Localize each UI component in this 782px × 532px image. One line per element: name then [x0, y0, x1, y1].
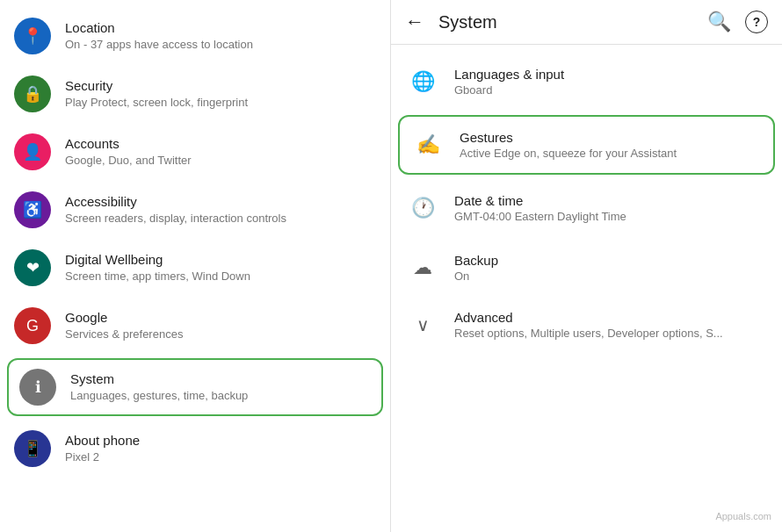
backup-title: Backup: [454, 253, 768, 268]
google-text: GoogleServices & preferences: [65, 309, 376, 342]
languages-input-text: Languages & inputGboard: [454, 67, 768, 97]
gestures-title: Gestures: [460, 130, 763, 145]
system-item-date-time[interactable]: 🕐Date & timeGMT-04:00 Eastern Daylight T…: [391, 178, 782, 238]
accounts-title: Accounts: [65, 135, 376, 153]
location-subtitle: On - 37 apps have access to location: [65, 38, 376, 53]
date-time-text: Date & timeGMT-04:00 Eastern Daylight Ti…: [454, 193, 768, 223]
system-subtitle: Languages, gestures, time, backup: [70, 389, 371, 404]
accounts-icon: 👤: [14, 133, 51, 170]
advanced-text: AdvancedReset options, Multiple users, D…: [454, 310, 768, 340]
location-icon: 📍: [14, 18, 51, 54]
about-phone-title: About phone: [65, 432, 376, 449]
right-header: ← System 🔍 ?: [391, 0, 782, 45]
accessibility-text: AccessibilityScreen readers, display, in…: [65, 193, 376, 226]
digital-wellbeing-title: Digital Wellbeing: [65, 251, 376, 269]
google-title: Google: [65, 309, 376, 327]
system-item-languages-input[interactable]: 🌐Languages & inputGboard: [391, 52, 782, 111]
sidebar-item-accessibility[interactable]: ♿AccessibilityScreen readers, display, i…: [0, 181, 390, 239]
search-icon[interactable]: 🔍: [707, 11, 731, 33]
location-title: Location: [65, 19, 376, 37]
sidebar-item-accounts[interactable]: 👤AccountsGoogle, Duo, and Twitter: [0, 123, 390, 181]
sidebar-item-location[interactable]: 📍LocationOn - 37 apps have access to loc…: [0, 7, 390, 65]
about-phone-text: About phonePixel 2: [65, 432, 376, 465]
sidebar-item-digital-wellbeing[interactable]: ❤Digital WellbeingScreen time, app timer…: [0, 239, 390, 297]
system-icon: ℹ: [19, 369, 56, 406]
languages-input-icon: 🌐: [405, 64, 440, 99]
system-item-gestures[interactable]: ✍GesturesActive Edge on, squeeze for you…: [398, 115, 775, 175]
backup-subtitle: On: [454, 270, 768, 283]
help-icon[interactable]: ?: [745, 11, 768, 33]
security-subtitle: Play Protect, screen lock, fingerprint: [65, 96, 376, 111]
advanced-title: Advanced: [454, 310, 768, 325]
system-text: SystemLanguages, gestures, time, backup: [70, 370, 371, 404]
date-time-title: Date & time: [454, 193, 768, 208]
sidebar-item-security[interactable]: 🔒SecurityPlay Protect, screen lock, fing…: [0, 65, 390, 123]
digital-wellbeing-subtitle: Screen time, app timers, Wind Down: [65, 270, 376, 284]
digital-wellbeing-text: Digital WellbeingScreen time, app timers…: [65, 251, 376, 284]
left-settings-panel: 📍LocationOn - 37 apps have access to loc…: [0, 0, 391, 532]
security-text: SecurityPlay Protect, screen lock, finge…: [65, 77, 376, 111]
security-icon: 🔒: [14, 75, 51, 112]
location-text: LocationOn - 37 apps have access to loca…: [65, 19, 376, 53]
back-button[interactable]: ←: [405, 12, 424, 32]
chevron-down-icon: ∨: [405, 314, 440, 335]
languages-input-subtitle: Gboard: [454, 83, 768, 97]
accessibility-subtitle: Screen readers, display, interaction con…: [65, 212, 376, 226]
about-phone-subtitle: Pixel 2: [65, 450, 376, 465]
page-title: System: [438, 12, 707, 32]
languages-input-title: Languages & input: [454, 67, 768, 82]
accounts-text: AccountsGoogle, Duo, and Twitter: [65, 135, 376, 169]
digital-wellbeing-icon: ❤: [14, 249, 51, 286]
advanced-subtitle: Reset options, Multiple users, Developer…: [454, 327, 768, 340]
sidebar-item-about-phone[interactable]: 📱About phonePixel 2: [0, 420, 390, 478]
security-title: Security: [65, 77, 376, 95]
gestures-subtitle: Active Edge on, squeeze for your Assista…: [460, 147, 763, 160]
accessibility-title: Accessibility: [65, 193, 376, 211]
about-phone-icon: 📱: [14, 430, 51, 467]
accessibility-icon: ♿: [14, 191, 51, 228]
gestures-text: GesturesActive Edge on, squeeze for your…: [460, 130, 763, 160]
header-icons: 🔍 ?: [707, 11, 768, 33]
accounts-subtitle: Google, Duo, and Twitter: [65, 154, 376, 169]
backup-text: BackupOn: [454, 253, 768, 283]
google-icon: G: [14, 307, 51, 344]
system-item-backup[interactable]: ☁BackupOn: [391, 238, 782, 298]
backup-icon: ☁: [405, 250, 440, 285]
advanced-row[interactable]: ∨AdvancedReset options, Multiple users, …: [391, 298, 782, 352]
right-system-panel: ← System 🔍 ? 🌐Languages & inputGboard✍Ge…: [391, 0, 782, 532]
watermark: Appuals.com: [715, 511, 771, 521]
system-title: System: [70, 370, 371, 388]
sidebar-item-system[interactable]: ℹSystemLanguages, gestures, time, backup: [7, 358, 383, 416]
gestures-icon: ✍: [410, 127, 445, 162]
sidebar-item-google[interactable]: GGoogleServices & preferences: [0, 297, 390, 355]
right-content: 🌐Languages & inputGboard✍GesturesActive …: [391, 45, 782, 532]
date-time-icon: 🕐: [405, 191, 440, 226]
date-time-subtitle: GMT-04:00 Eastern Daylight Time: [454, 210, 768, 223]
right-panel-container: ← System 🔍 ? 🌐Languages & inputGboard✍Ge…: [391, 0, 782, 532]
google-subtitle: Services & preferences: [65, 327, 376, 342]
